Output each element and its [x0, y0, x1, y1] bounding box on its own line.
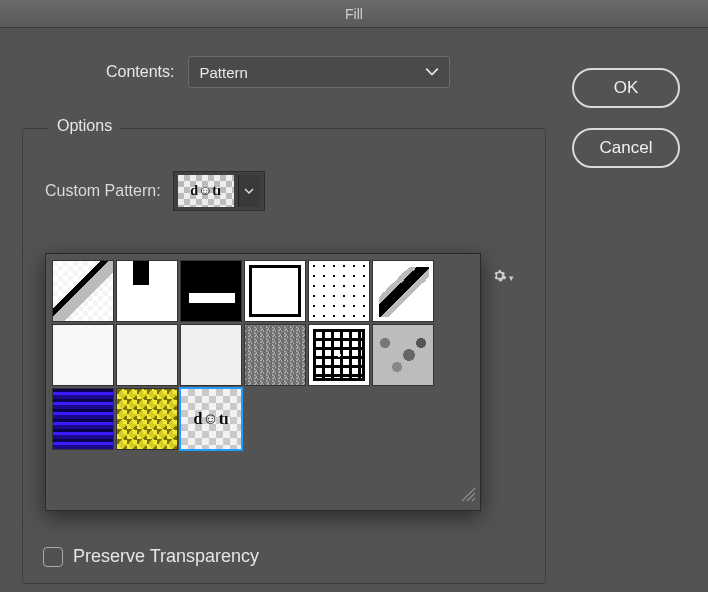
pattern-grid: d☺tı	[52, 260, 474, 450]
contents-label: Contents:	[106, 63, 174, 81]
pattern-thumb[interactable]	[116, 324, 178, 386]
pattern-thumb[interactable]: d☺tı	[180, 388, 242, 450]
cancel-button[interactable]: Cancel	[572, 128, 680, 168]
gear-icon	[492, 268, 507, 287]
custom-pattern-label: Custom Pattern:	[45, 182, 161, 200]
dialog-title: Fill	[0, 0, 708, 28]
pattern-thumb[interactable]	[116, 260, 178, 322]
custom-pattern-picker[interactable]: d☺tı	[173, 171, 265, 211]
pattern-picker-dropdown-button[interactable]	[238, 175, 260, 207]
chevron-down-icon	[425, 64, 439, 81]
flyout-menu-button[interactable]: ▾	[492, 268, 514, 287]
current-pattern-swatch: d☺tı	[178, 175, 234, 207]
pattern-thumb[interactable]	[116, 388, 178, 450]
options-legend: Options	[49, 117, 120, 135]
pattern-flyout-panel: d☺tı ▾	[45, 253, 481, 511]
pattern-thumb[interactable]	[372, 260, 434, 322]
options-group: Options Custom Pattern: d☺tı	[22, 128, 546, 584]
pattern-thumb[interactable]	[180, 324, 242, 386]
pattern-thumb[interactable]	[52, 388, 114, 450]
pattern-thumb[interactable]	[52, 324, 114, 386]
pattern-thumb[interactable]	[244, 260, 306, 322]
contents-value: Pattern	[199, 64, 247, 81]
dialog-body: Contents: Pattern OK Cancel Options Cust…	[0, 28, 708, 592]
pattern-thumb[interactable]	[372, 324, 434, 386]
preserve-transparency-checkbox[interactable]	[43, 547, 63, 567]
pattern-thumb[interactable]	[52, 260, 114, 322]
pattern-thumb[interactable]	[244, 324, 306, 386]
contents-dropdown[interactable]: Pattern	[188, 56, 450, 88]
pattern-thumb[interactable]	[308, 324, 370, 386]
pattern-thumb[interactable]	[308, 260, 370, 322]
pattern-thumb[interactable]	[180, 260, 242, 322]
preserve-transparency-label: Preserve Transparency	[73, 546, 259, 567]
flyout-menu-caret-icon: ▾	[509, 273, 514, 283]
resize-grip[interactable]	[458, 484, 476, 506]
ok-button[interactable]: OK	[572, 68, 680, 108]
